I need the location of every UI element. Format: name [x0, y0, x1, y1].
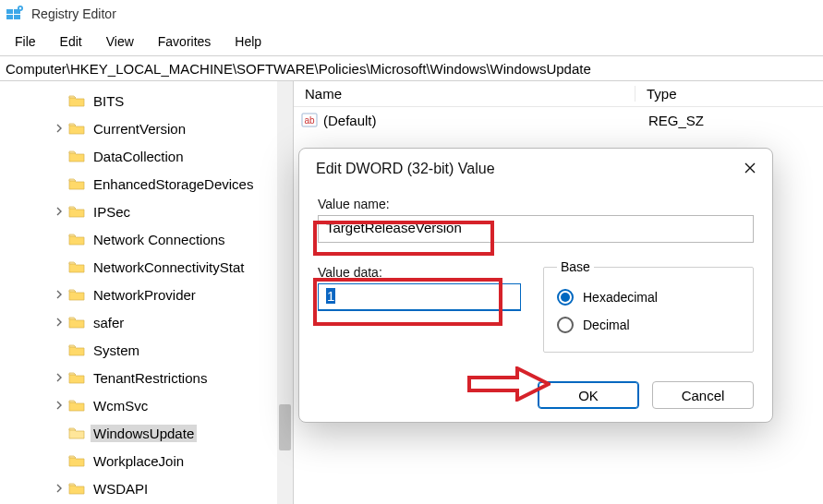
scrollbar-thumb[interactable]	[279, 404, 291, 450]
expander-icon	[52, 232, 67, 246]
value-data-label: Value data:	[318, 265, 521, 280]
expander-icon[interactable]	[52, 481, 67, 496]
value-row[interactable]: ab(Default)REG_SZ	[294, 107, 823, 133]
expander-icon	[52, 149, 67, 163]
ok-button-label: OK	[578, 388, 599, 403]
expander-icon	[52, 176, 67, 191]
svg-rect-3	[14, 15, 20, 19]
folder-icon	[68, 371, 85, 384]
tree-item-label: NetworkProvider	[91, 286, 199, 304]
tree-item-label: IPSec	[91, 203, 133, 221]
expander-icon[interactable]	[52, 398, 67, 413]
expander-icon	[52, 342, 67, 357]
radio-hex-label: Hexadecimal	[583, 290, 658, 305]
registry-tree[interactable]: BITSCurrentVersionDataCollectionEnhanced…	[0, 81, 293, 504]
expander-icon	[52, 259, 67, 274]
svg-point-5	[19, 7, 21, 9]
value-name-label: Value name:	[318, 197, 754, 211]
tree-item-label: Network Connections	[91, 231, 228, 248]
string-value-icon: ab	[301, 112, 318, 128]
regedit-icon	[6, 5, 24, 23]
tree-item-label: NetworkConnectivityStat	[91, 258, 247, 276]
edit-dword-dialog: Edit DWORD (32-bit) Value Value name: Ta…	[298, 148, 773, 423]
value-name-text: TargetReleaseVersion	[326, 220, 462, 235]
menu-file[interactable]: File	[6, 30, 45, 53]
tree-item[interactable]: Network Connections	[0, 225, 293, 253]
tree-item[interactable]: safer	[0, 308, 293, 336]
tree-item[interactable]: NetworkProvider	[0, 281, 293, 308]
cancel-button-label: Cancel	[682, 388, 725, 403]
tree-item[interactable]: NetworkConnectivityStat	[0, 253, 293, 281]
dialog-title: Edit DWORD (32-bit) Value	[316, 161, 495, 177]
dialog-close-button[interactable]	[739, 158, 761, 180]
tree-item-label: WindowsUpdate	[91, 425, 197, 442]
folder-icon	[68, 205, 85, 218]
value-name-input[interactable]: TargetReleaseVersion	[318, 215, 754, 243]
menu-view[interactable]: View	[97, 30, 143, 53]
expander-icon[interactable]	[52, 204, 67, 219]
tree-item-label: WcmSvc	[91, 397, 151, 414]
expander-icon[interactable]	[52, 370, 67, 385]
cancel-button[interactable]: Cancel	[652, 381, 754, 409]
tree-item-label: DataCollection	[91, 148, 187, 165]
tree-item[interactable]: BITS	[0, 87, 293, 114]
folder-icon	[68, 316, 85, 329]
radio-icon	[557, 289, 574, 306]
tree-item-label: BITS	[91, 92, 127, 110]
folder-icon	[68, 399, 85, 412]
tree-item[interactable]: WcmSvc	[0, 391, 293, 419]
folder-icon	[68, 482, 85, 495]
tree-pane: BITSCurrentVersionDataCollectionEnhanced…	[0, 81, 294, 504]
folder-icon	[68, 150, 85, 162]
folder-icon	[68, 426, 85, 439]
radio-icon	[557, 317, 574, 333]
tree-item[interactable]: EnhancedStorageDevices	[0, 170, 293, 198]
menu-favorites[interactable]: Favorites	[149, 30, 221, 53]
expander-icon[interactable]	[52, 121, 67, 136]
tree-item[interactable]: TenantRestrictions	[0, 364, 293, 391]
svg-text:ab: ab	[304, 115, 315, 126]
column-name[interactable]: Name	[294, 86, 635, 102]
column-type[interactable]: Type	[635, 86, 823, 102]
radio-decimal[interactable]: Decimal	[557, 311, 740, 339]
tree-item[interactable]: System	[0, 336, 293, 364]
address-path: Computer\HKEY_LOCAL_MACHINE\SOFTWARE\Pol…	[6, 61, 591, 77]
values-rows: ab(Default)REG_SZ	[294, 107, 823, 133]
folder-icon	[68, 288, 85, 301]
base-legend: Base	[557, 259, 594, 274]
tree-item[interactable]: DataCollection	[0, 142, 293, 170]
folder-icon	[68, 343, 85, 356]
menu-edit[interactable]: Edit	[51, 30, 91, 53]
expander-icon	[52, 453, 67, 468]
address-bar[interactable]: Computer\HKEY_LOCAL_MACHINE\SOFTWARE\Pol…	[0, 55, 823, 81]
tree-item-label: EnhancedStorageDevices	[91, 175, 256, 193]
menu-help[interactable]: Help	[225, 30, 271, 53]
svg-rect-2	[6, 15, 13, 19]
expander-icon[interactable]	[52, 315, 67, 330]
title-bar: Registry Editor	[0, 0, 823, 28]
menu-bar: File Edit View Favorites Help	[0, 28, 823, 55]
value-type-cell: REG_SZ	[648, 113, 823, 128]
value-data-input[interactable]: 1	[318, 283, 521, 311]
tree-item[interactable]: IPSec	[0, 198, 293, 225]
tree-item-label: System	[91, 342, 142, 359]
close-icon	[744, 162, 756, 177]
value-name-cell: (Default)	[323, 113, 648, 128]
values-header[interactable]: Name Type	[294, 81, 823, 107]
tree-item[interactable]: WSDAPI	[0, 474, 293, 502]
tree-item[interactable]: WindowsUpdate	[0, 419, 293, 447]
tree-item-label: TenantRestrictions	[91, 369, 210, 387]
folder-icon	[68, 233, 85, 246]
ok-button[interactable]: OK	[538, 381, 639, 409]
folder-icon	[68, 260, 85, 273]
folder-icon	[68, 454, 85, 467]
svg-rect-0	[6, 9, 13, 14]
radio-hexadecimal[interactable]: Hexadecimal	[557, 283, 740, 311]
tree-item-label: safer	[91, 314, 127, 331]
tree-scrollbar[interactable]	[277, 81, 293, 504]
folder-icon	[68, 177, 85, 190]
tree-item-label: WorkplaceJoin	[91, 452, 187, 470]
tree-item[interactable]: WorkplaceJoin	[0, 447, 293, 474]
expander-icon[interactable]	[52, 287, 67, 302]
tree-item[interactable]: CurrentVersion	[0, 114, 293, 142]
